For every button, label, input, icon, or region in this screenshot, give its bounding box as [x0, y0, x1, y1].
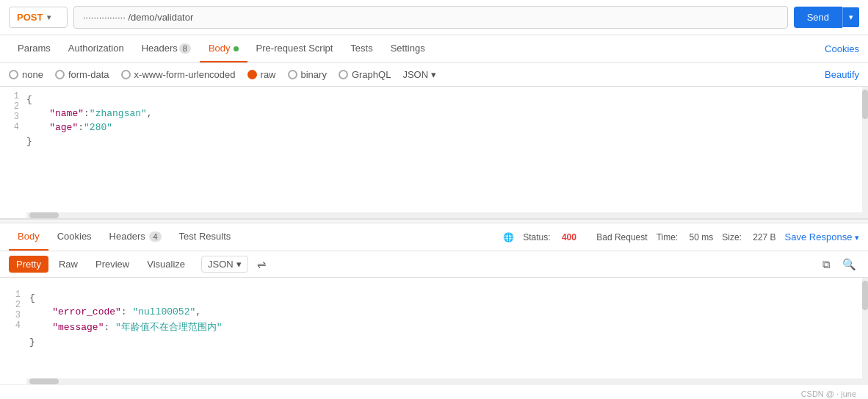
json-chevron-icon: ▾	[431, 69, 436, 80]
resp-line-number-2: 2	[1, 300, 21, 310]
option-none[interactable]: none	[9, 69, 43, 80]
send-dropdown-button[interactable]: ▾	[842, 7, 859, 27]
response-size: 227 B	[753, 232, 775, 242]
request-tab-bar: Params Authorization Headers8 Body Pre-r…	[0, 35, 868, 63]
fmt-tab-visualize[interactable]: Visualize	[140, 256, 192, 273]
resp-code-line-1: {	[29, 291, 867, 305]
option-form-data[interactable]: form-data	[55, 69, 109, 80]
time-label: Time:	[657, 232, 681, 242]
resp-line-number-4: 4	[1, 320, 21, 331]
radio-graphql	[339, 70, 348, 79]
globe-icon: 🌐	[503, 232, 514, 242]
fmt-tab-pretty[interactable]: Pretty	[9, 256, 48, 273]
option-raw[interactable]: raw	[247, 69, 276, 80]
size-label: Size:	[722, 232, 744, 242]
copy-icon[interactable]: ⧉	[820, 256, 833, 273]
scroll-thumb-v	[862, 90, 868, 119]
beautify-button[interactable]: Beautify	[825, 69, 859, 80]
line-number-1: 1	[0, 91, 19, 101]
resp-tab-cookies[interactable]: Cookies	[48, 223, 101, 251]
tab-settings[interactable]: Settings	[382, 35, 434, 62]
headers-badge: 8	[179, 43, 191, 54]
tab-tests[interactable]: Tests	[341, 35, 381, 62]
json-format-select[interactable]: JSON ▾	[402, 69, 436, 80]
method-select[interactable]: POST ▾	[9, 7, 68, 28]
send-button-group: Send ▾	[794, 7, 859, 28]
radio-binary	[288, 70, 297, 79]
req-code-line-4: }	[26, 134, 868, 148]
request-code-editor[interactable]: 1 2 3 4 { "name":"zhangsan", "age":"280"…	[0, 87, 868, 219]
scroll-thumb-h	[29, 212, 59, 218]
req-code-line-1: {	[26, 93, 868, 107]
method-label: POST	[17, 12, 43, 23]
response-toolbar-right: ⧉ 🔍	[820, 256, 859, 273]
save-response-button[interactable]: Save Response ▾	[785, 231, 859, 242]
line-number-2: 2	[0, 101, 19, 112]
resp-scroll-horizontal[interactable]	[26, 378, 862, 384]
body-options-bar: none form-data x-www-form-urlencoded raw…	[0, 63, 868, 87]
editor-scroll-vertical[interactable]	[862, 87, 868, 218]
radio-urlencoded	[121, 70, 131, 79]
radio-form-data	[55, 70, 65, 79]
radio-raw	[247, 70, 257, 79]
table-row: 1 2 3 4 { "error_code": "null00052", "me…	[1, 285, 867, 355]
radio-none	[9, 70, 18, 79]
response-tab-bar: Body Cookies Headers 4 Test Results 🌐 St…	[0, 223, 868, 251]
response-code-content: { "error_code": "null00052", "message": …	[29, 285, 867, 355]
top-bar: POST ▾ Send ▾	[0, 0, 868, 35]
editor-scroll-horizontal[interactable]	[26, 212, 862, 218]
cookies-link[interactable]: Cookies	[825, 36, 859, 62]
status-code: 400	[562, 232, 576, 242]
resp-code-line-4: }	[29, 335, 867, 349]
tab-body[interactable]: Body	[200, 35, 247, 62]
save-response-chevron: ▾	[855, 233, 859, 242]
method-chevron-icon: ▾	[47, 13, 51, 21]
resp-line-number-3: 3	[1, 310, 21, 320]
resp-code-line-3: "message": "年龄值不在合理范围内"	[29, 319, 867, 335]
response-status-bar: 🌐 Status: 400 Bad Request Time: 50 ms Si…	[503, 231, 859, 242]
fmt-tab-raw[interactable]: Raw	[51, 256, 85, 273]
resp-json-chevron-icon: ▾	[236, 259, 242, 270]
tab-headers[interactable]: Headers8	[133, 35, 200, 62]
page-footer: CSDN @ · june	[0, 384, 868, 399]
status-text: Bad Request	[596, 232, 647, 242]
req-code-line-3: "age":"280"	[26, 121, 868, 134]
editor-empty-space	[0, 154, 868, 213]
format-icon[interactable]: ⇌	[257, 258, 267, 271]
response-format-bar: Pretty Raw Preview Visualize JSON ▾ ⇌ ⧉ …	[0, 251, 868, 278]
resp-scroll-thumb-v	[862, 281, 868, 310]
option-binary[interactable]: binary	[288, 69, 327, 80]
search-icon[interactable]: 🔍	[839, 256, 859, 273]
line-number-3: 3	[0, 112, 19, 122]
response-code-editor[interactable]: 1 2 3 4 { "error_code": "null00052", "me…	[0, 278, 868, 384]
resp-scroll-vertical[interactable]	[862, 278, 868, 384]
resp-headers-badge: 4	[149, 231, 161, 242]
footer-text: CSDN @ · june	[801, 389, 856, 398]
body-dot	[234, 46, 239, 51]
resp-tab-test-results[interactable]: Test Results	[170, 223, 240, 251]
tab-authorization[interactable]: Authorization	[59, 35, 133, 62]
fmt-tab-preview[interactable]: Preview	[88, 256, 137, 273]
request-code-content: { "name":"zhangsan", "age":"280" }	[26, 87, 868, 154]
status-label: Status:	[523, 232, 553, 242]
req-code-line-2: "name":"zhangsan",	[26, 107, 868, 121]
response-time: 50 ms	[690, 232, 714, 242]
option-urlencoded[interactable]: x-www-form-urlencoded	[121, 69, 236, 80]
resp-code-line-2: "error_code": "null00052",	[29, 305, 867, 319]
option-graphql[interactable]: GraphQL	[339, 69, 391, 80]
resp-scroll-thumb-h	[29, 378, 59, 384]
response-json-select[interactable]: JSON ▾	[201, 256, 248, 273]
resp-line-number-1: 1	[1, 290, 21, 300]
url-input[interactable]	[73, 6, 788, 29]
resp-tab-body[interactable]: Body	[9, 223, 48, 251]
resp-tab-headers[interactable]: Headers 4	[101, 223, 170, 251]
table-row: 1 2 3 4 { "name":"zhangsan", "age":"280"…	[0, 87, 868, 154]
line-number-4: 4	[0, 122, 19, 132]
send-button[interactable]: Send	[794, 7, 842, 28]
tab-params[interactable]: Params	[9, 35, 59, 62]
tab-pre-request[interactable]: Pre-request Script	[247, 35, 342, 62]
